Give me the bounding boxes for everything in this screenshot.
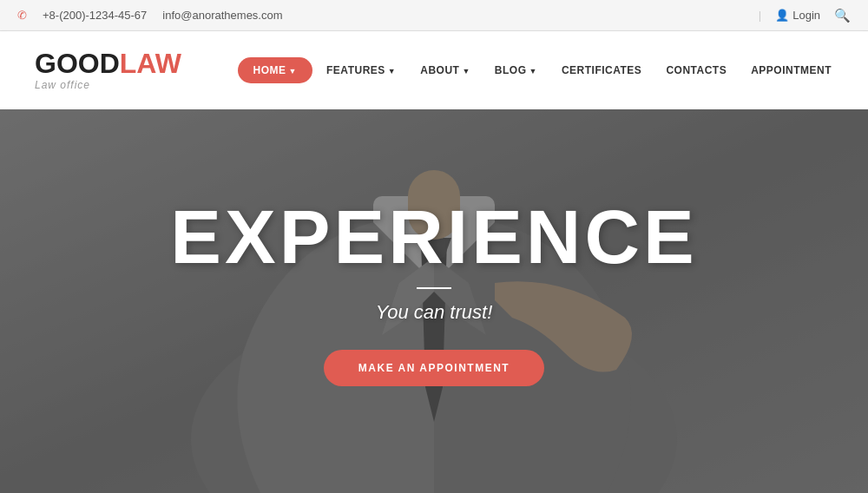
phone-icon: ✆ [17, 9, 27, 22]
phone-number: +8-(200)-1234-45-67 [43, 9, 147, 22]
login-label: Login [792, 9, 820, 22]
nav-item-home[interactable]: HOME ▼ [238, 57, 312, 83]
logo-text: GOODLAW [35, 49, 181, 77]
hero-cta-button[interactable]: MAKE AN APPOINTMENT [324, 350, 544, 386]
nav-item-contacts[interactable]: CONTACTS [655, 57, 737, 83]
hero-content: EXPERIENCE You can trust! MAKE AN APPOIN… [0, 109, 868, 493]
nav-item-features[interactable]: FEATURES ▼ [316, 57, 406, 83]
top-bar-divider: | [759, 9, 761, 22]
logo-tagline: Law office [35, 79, 181, 91]
main-nav: HOME ▼ FEATURES ▼ ABOUT ▼ BLOG ▼ CERTIFI… [238, 57, 842, 83]
search-icon[interactable]: 🔍 [834, 8, 851, 23]
nav-item-appointment[interactable]: APPOINTMENT [740, 57, 842, 83]
nav-item-certificates[interactable]: CERTIFICATES [551, 57, 652, 83]
hero-divider [417, 287, 451, 289]
chevron-down-icon: ▼ [388, 67, 396, 76]
top-bar-actions: | 👤 Login 🔍 [759, 8, 851, 23]
nav-item-blog[interactable]: BLOG ▼ [484, 57, 548, 83]
site-header: GOODLAW Law office HOME ▼ FEATURES ▼ ABO… [0, 31, 868, 109]
top-bar: ✆ +8-(200)-1234-45-67 info@anorathemes.c… [0, 0, 868, 31]
user-icon: 👤 [775, 9, 789, 22]
chevron-down-icon: ▼ [462, 67, 470, 76]
logo-law: LAW [120, 48, 181, 79]
chevron-down-icon: ▼ [289, 67, 297, 76]
site-logo: GOODLAW Law office [35, 49, 181, 91]
email-address: info@anorathemes.com [162, 9, 282, 22]
login-link[interactable]: 👤 Login [775, 9, 820, 22]
hero-section: EXPERIENCE You can trust! MAKE AN APPOIN… [0, 109, 868, 493]
nav-item-about[interactable]: ABOUT ▼ [410, 57, 481, 83]
chevron-down-icon: ▼ [529, 67, 537, 76]
logo-good: GOOD [35, 48, 120, 79]
hero-title: EXPERIENCE [170, 199, 697, 275]
hero-subtitle: You can trust! [376, 301, 493, 324]
top-bar-contact: ✆ +8-(200)-1234-45-67 info@anorathemes.c… [17, 9, 283, 22]
